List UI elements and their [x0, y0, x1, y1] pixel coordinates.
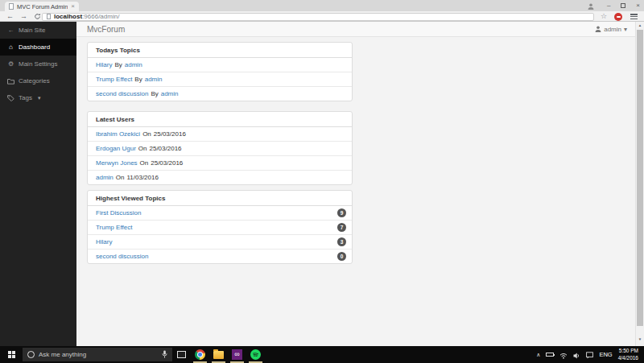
user-link[interactable]: Merwyn Jones: [96, 159, 138, 167]
sidebar-item-categories[interactable]: Categories: [0, 72, 76, 89]
network-icon[interactable]: [559, 348, 568, 362]
taskbar-chrome-button[interactable]: [191, 346, 209, 363]
on-label: On: [116, 174, 125, 181]
list-item: Trump Effect 7: [88, 221, 352, 235]
minimize-button[interactable]: –: [607, 2, 610, 9]
tray-expand-chevron-icon[interactable]: ∧: [536, 352, 540, 358]
view-count-badge: 7: [337, 223, 346, 232]
speaker-icon[interactable]: [573, 348, 580, 362]
admin-sidebar: ← Main Site ⌂ Dashboard ⚙ Main Settings …: [0, 22, 76, 346]
chevron-down-icon: ▾: [38, 94, 41, 101]
search-placeholder: Ask me anything: [39, 351, 158, 358]
sidebar-item-main-site[interactable]: ← Main Site: [0, 22, 76, 39]
page-scrollbar[interactable]: ▲ ▼: [635, 22, 644, 346]
user-link[interactable]: Ibrahim Ozekici: [96, 130, 140, 138]
task-view-button[interactable]: [172, 346, 191, 363]
scroll-up-icon[interactable]: ▲: [636, 22, 644, 29]
author-link[interactable]: admin: [161, 90, 179, 97]
list-item: Trump EffectByadmin: [88, 72, 352, 87]
admin-content: MvcForum admin ▾ Todays Topics HilaryBya…: [76, 22, 635, 346]
topic-link[interactable]: Hilary: [96, 238, 112, 245]
join-date: 25/03/2016: [154, 130, 186, 138]
windows-taskbar: Ask me anything ∞ ∧: [0, 346, 644, 363]
forward-icon[interactable]: →: [20, 11, 27, 22]
user-link[interactable]: admin: [96, 174, 114, 181]
sidebar-item-label: Categories: [19, 77, 50, 85]
list-item: second discussion 0: [88, 250, 352, 263]
browser-tabstrip: MVC Forum Admin × – ×: [0, 0, 644, 11]
refresh-icon[interactable]: [34, 13, 41, 20]
list-item: second discussionByadmin: [88, 87, 352, 101]
on-label: On: [142, 130, 151, 138]
panel-title: Highest Viewed Topics: [88, 191, 352, 206]
windows-logo-icon: [8, 351, 15, 358]
author-link[interactable]: admin: [125, 61, 142, 68]
topic-link[interactable]: second discussion: [96, 90, 148, 97]
join-date: 25/03/2016: [151, 159, 183, 167]
action-center-icon[interactable]: [586, 348, 593, 362]
file-explorer-icon: [213, 351, 224, 359]
microphone-icon[interactable]: [162, 350, 167, 359]
sidebar-item-main-settings[interactable]: ⚙ Main Settings: [0, 56, 76, 72]
top-navbar: MvcForum admin ▾: [76, 22, 635, 37]
join-date: 11/03/2016: [126, 174, 158, 181]
url-path: :9666/admin/: [82, 13, 119, 20]
folder-icon: [7, 78, 14, 85]
view-count-badge: 0: [337, 252, 346, 261]
user-menu[interactable]: admin ▾: [595, 26, 627, 33]
taskbar-clock[interactable]: 5:50 PM 4/4/2016: [618, 348, 638, 362]
visual-studio-icon: ∞: [232, 349, 242, 360]
url-host: localhost: [54, 13, 82, 20]
scrollbar-thumb[interactable]: [637, 30, 643, 326]
on-label: On: [140, 159, 149, 167]
browser-menu-icon[interactable]: [630, 14, 638, 19]
restore-button[interactable]: [621, 3, 625, 8]
taskbar-visual-studio-button[interactable]: ∞: [228, 346, 246, 363]
topic-link[interactable]: First Discussion: [96, 209, 141, 217]
topic-link[interactable]: Trump Effect: [96, 76, 132, 83]
author-link[interactable]: admin: [145, 76, 163, 83]
list-item: Erdogan UgurOn25/03/2016: [88, 142, 352, 156]
taskbar-spotify-button[interactable]: [246, 346, 265, 363]
bookmark-star-icon[interactable]: ☆: [601, 12, 607, 20]
list-item: adminOn11/03/2016: [88, 171, 352, 184]
battery-icon[interactable]: [546, 353, 554, 357]
start-button[interactable]: [0, 346, 23, 363]
join-date: 25/03/2016: [149, 145, 181, 152]
language-indicator[interactable]: ENG: [599, 351, 612, 358]
page-icon[interactable]: [47, 14, 51, 19]
list-item: First Discussion 9: [88, 206, 352, 221]
cortana-icon: [27, 351, 35, 358]
scroll-down-icon[interactable]: ▼: [636, 336, 644, 343]
brand-title[interactable]: MvcForum: [87, 25, 125, 34]
sidebar-item-label: Dashboard: [19, 43, 50, 51]
sidebar-item-label: Main Site: [19, 27, 45, 34]
taskbar-file-explorer-button[interactable]: [209, 346, 228, 363]
cortana-search-box[interactable]: Ask me anything: [23, 348, 172, 361]
panel-latest-users: Latest Users Ibrahim OzekiciOn25/03/2016…: [87, 111, 353, 185]
address-bar[interactable]: localhost:9666/admin/: [42, 13, 594, 21]
topic-link[interactable]: Hilary: [96, 61, 112, 68]
browser-tab[interactable]: MVC Forum Admin ×: [5, 2, 79, 11]
topic-link[interactable]: Trump Effect: [96, 224, 132, 231]
view-count-badge: 3: [337, 237, 346, 246]
url-text[interactable]: localhost:9666/admin/: [54, 13, 119, 21]
list-item: Merwyn JonesOn25/03/2016: [88, 156, 352, 171]
close-window-button[interactable]: ×: [636, 2, 640, 9]
topic-link[interactable]: second discussion: [96, 253, 148, 260]
sidebar-item-dashboard[interactable]: ⌂ Dashboard: [0, 39, 76, 56]
by-label: By: [151, 90, 158, 97]
system-tray: ∧ ENG 5:50 PM 4/4/2016: [536, 348, 644, 362]
list-item: HilaryByadmin: [88, 58, 352, 72]
by-label: By: [114, 61, 122, 68]
adblock-extension-icon[interactable]: [614, 13, 622, 21]
back-icon[interactable]: ←: [6, 11, 14, 22]
sidebar-item-tags[interactable]: Tags ▾: [0, 89, 76, 106]
tab-close-icon[interactable]: ×: [71, 3, 75, 10]
clock-date: 4/4/2016: [618, 355, 638, 362]
list-item: Ibrahim OzekiciOn25/03/2016: [88, 127, 352, 142]
tag-icon: [7, 95, 14, 101]
home-icon: ⌂: [7, 43, 14, 51]
user-link[interactable]: Erdogan Ugur: [96, 145, 136, 152]
view-count-badge: 9: [337, 208, 346, 217]
